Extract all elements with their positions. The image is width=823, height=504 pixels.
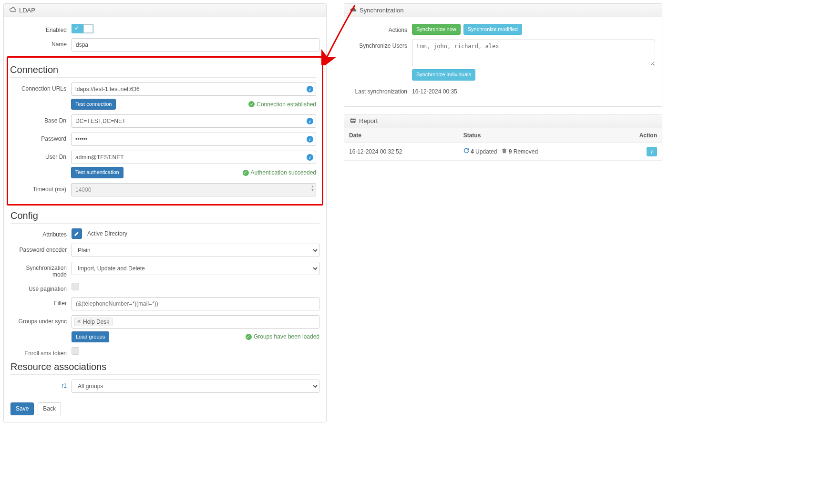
connection-title: Connection xyxy=(10,64,316,75)
test-authentication-button[interactable]: Test authentication xyxy=(71,167,123,178)
synchronize-modified-button[interactable]: Synchronize modified xyxy=(463,24,522,35)
password-encoder-select[interactable]: Plain xyxy=(72,244,319,257)
groups-under-sync-label: Groups under sync xyxy=(10,315,72,325)
use-pagination-checkbox[interactable] xyxy=(72,283,79,290)
report-col-status: Status xyxy=(459,128,612,143)
timeout-label: Timeout (ms) xyxy=(10,183,71,193)
info-icon[interactable]: i xyxy=(307,154,313,161)
synchronization-heading: Synchronization xyxy=(344,4,662,17)
r1-link[interactable]: r1 xyxy=(62,382,67,389)
enabled-label: Enabled xyxy=(10,24,72,33)
sync-users-textarea[interactable] xyxy=(412,40,655,66)
info-icon[interactable]: i xyxy=(307,136,313,143)
user-dn-label: User Dn xyxy=(10,151,71,160)
trash-icon xyxy=(502,148,508,155)
number-spinner[interactable]: ▲▼ xyxy=(311,185,314,192)
config-title: Config xyxy=(10,210,319,221)
last-sync-value: 16-12-2024 00:35 xyxy=(412,88,655,95)
last-sync-label: Last synchronization xyxy=(351,85,412,95)
synchronize-now-button[interactable]: Synchronize now xyxy=(412,24,461,35)
sync-users-label: Synchronize Users xyxy=(351,40,412,49)
password-label: Password xyxy=(10,133,71,142)
svg-rect-1 xyxy=(350,120,356,122)
refresh-icon xyxy=(463,148,471,155)
remove-tag-icon[interactable]: ✕ xyxy=(77,319,81,325)
report-col-action: Action xyxy=(612,128,662,143)
enroll-sms-label: Enroll sms token xyxy=(10,347,72,357)
filter-input[interactable] xyxy=(72,297,319,310)
back-button[interactable]: Back xyxy=(38,402,61,415)
use-pagination-label: Use pagination xyxy=(10,283,72,292)
report-row: 16-12-2024 00:32:52 4 Updated 9 xyxy=(344,143,662,160)
report-title: Report xyxy=(359,117,378,124)
actions-label: Actions xyxy=(351,24,412,33)
info-icon[interactable]: i xyxy=(307,86,313,93)
check-circle-icon: ✓ xyxy=(243,170,249,176)
timeout-input xyxy=(71,183,316,196)
print-icon xyxy=(350,117,356,125)
check-circle-icon: ✓ xyxy=(248,101,255,107)
edit-attributes-button[interactable] xyxy=(72,228,82,239)
cloud-sync-icon xyxy=(350,7,357,14)
groups-status: ✓ Groups have been loaded xyxy=(246,333,319,340)
groups-tag-input[interactable]: ✕ Help Desk xyxy=(72,315,319,329)
check-circle-icon: ✓ xyxy=(246,334,252,340)
r1-select[interactable]: All groups xyxy=(72,380,319,393)
connection-highlight: Connection Connection URLs i Test connec… xyxy=(7,56,323,206)
attributes-label: Attributes xyxy=(10,228,72,238)
save-button[interactable]: Save xyxy=(10,402,34,415)
cloud-icon xyxy=(10,7,16,14)
report-heading: Report xyxy=(344,114,662,128)
enroll-sms-checkbox[interactable] xyxy=(72,347,79,355)
sync-mode-select[interactable]: Import, Update and Delete xyxy=(72,262,319,275)
synchronization-title: Synchronization xyxy=(360,7,404,14)
report-status: 4 Updated 9 Removed xyxy=(459,143,612,160)
base-dn-input[interactable] xyxy=(71,114,316,128)
report-table: Date Status Action 16-12-2024 00:32:52 4 xyxy=(344,128,662,161)
base-dn-label: Base Dn xyxy=(10,114,71,124)
ldap-panel-heading: LDAP xyxy=(4,4,326,17)
ldap-title: LDAP xyxy=(19,7,35,14)
report-date: 16-12-2024 00:32:52 xyxy=(344,143,459,160)
synchronize-individuals-button[interactable]: Synchronize individuals xyxy=(412,69,475,80)
synchronization-panel: Synchronization Actions Synchronize now … xyxy=(344,3,662,107)
check-icon: ✓ xyxy=(74,25,79,31)
authentication-status: ✓ Authentication succeeded xyxy=(243,169,316,176)
connection-urls-label: Connection URLs xyxy=(10,82,71,92)
report-col-date: Date xyxy=(344,128,459,143)
connection-urls-input[interactable] xyxy=(71,82,316,96)
test-connection-button[interactable]: Test connection xyxy=(71,99,116,110)
connection-status: ✓ Connection established xyxy=(248,101,316,108)
sync-mode-label: Synchronization mode xyxy=(10,262,72,278)
report-info-button[interactable]: i xyxy=(647,147,657,156)
filter-label: Filter xyxy=(10,297,72,307)
resource-associations-title: Resource associations xyxy=(10,361,319,372)
load-groups-button[interactable]: Load groups xyxy=(72,331,109,342)
name-input[interactable] xyxy=(72,38,319,51)
name-label: Name xyxy=(10,38,72,48)
report-panel: Report Date Status Action 16-12-2024 00:… xyxy=(344,114,662,161)
user-dn-input[interactable] xyxy=(71,151,316,164)
password-encoder-label: Password encoder xyxy=(10,244,72,253)
ldap-panel: LDAP Enabled ✓ Name xyxy=(3,3,327,422)
password-input[interactable] xyxy=(71,133,316,146)
info-icon[interactable]: i xyxy=(307,118,313,124)
enabled-toggle[interactable]: ✓ xyxy=(72,24,93,33)
group-tag[interactable]: ✕ Help Desk xyxy=(74,318,113,326)
attributes-value: Active Directory xyxy=(87,230,127,237)
